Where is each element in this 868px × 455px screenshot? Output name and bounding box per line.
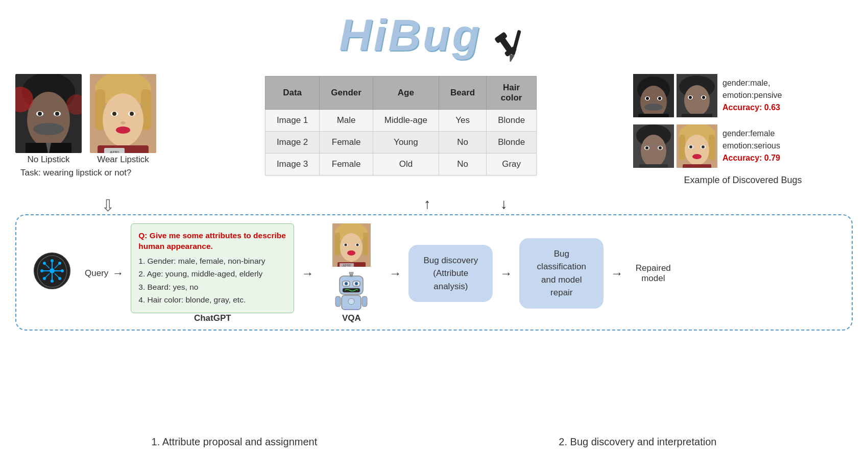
cell: Female [320,131,373,153]
col-header-gender: Gender [320,76,373,109]
cell: Blonde [487,109,537,131]
wear-lipstick-label: Wear Lipstick [97,155,149,165]
cell: Image 1 [265,109,319,131]
cell: Female [320,153,373,175]
svg-point-25 [130,112,134,116]
cell: Young [373,131,439,153]
down-arrow-left: ⇩ [101,196,115,215]
upper-section: No Lipstick [0,74,868,191]
svg-point-44 [689,96,692,99]
bug-text-2: gender:female emotion:serious Accuracy: … [722,128,780,164]
svg-rect-55 [639,164,668,168]
svg-point-92 [347,250,355,256]
wear-lipstick-image: AFRI [90,74,156,153]
query-row: Query → [85,267,124,280]
svg-rect-86 [363,233,368,256]
svg-point-87 [340,233,363,262]
svg-point-91 [356,243,358,246]
svg-point-82 [58,277,61,280]
svg-rect-66 [683,164,711,168]
svg-point-54 [659,146,662,149]
cell: No [439,131,486,153]
arrow-to-vqa: → [301,266,314,281]
svg-point-12 [33,123,64,135]
cell: Old [373,153,439,175]
bug-desc-2a: gender:female [722,129,775,138]
col-header-beard: Beard [439,76,486,109]
svg-point-89 [344,243,347,246]
upper-right: gender:male, emotion:pensive Accuracy: 0… [633,74,853,191]
svg-point-23 [112,112,116,116]
vqa-label: VQA [342,313,361,323]
svg-point-100 [345,282,348,285]
cell: No [439,153,486,175]
title-area: HiBug [0,0,868,69]
bug-desc-1b: emotion:pensive [722,91,782,99]
bottom-labels: 1. Attribute proposal and assignment 2. … [0,436,868,448]
svg-point-7 [27,92,70,148]
response-question: Q: Give me some attributes to describe h… [138,230,286,252]
cell: Middle-age [373,109,439,131]
svg-point-11 [55,112,59,116]
svg-point-46 [702,96,705,99]
bug-classification-box: Bug classificationand model repair [519,238,604,309]
cell: Gray [487,153,537,175]
svg-point-21 [103,93,143,146]
query-label: Query [85,268,108,279]
lower-dashed-section: Query → Q: Give me some attributes to de… [15,214,853,331]
chatgpt-label: ChatGPT [194,313,231,323]
table-row: Image 3 Female Old No Gray [265,153,536,175]
col-header-haircolor: Haircolor [487,76,537,109]
bug-accuracy-2: Accuracy: 0.79 [722,154,780,162]
bug-face-2a [633,124,674,168]
up-arrow-center: ↑ [424,196,431,212]
svg-rect-108 [344,309,350,310]
svg-text:AFRI: AFRI [343,264,351,267]
svg-point-38 [644,104,663,111]
svg-point-70 [50,268,55,273]
svg-rect-85 [335,233,340,256]
bug-example-1: gender:male, emotion:pensive Accuracy: 0… [633,74,853,117]
bug-face-2b [677,124,717,168]
title-hibug: HiBug [339,9,481,61]
response-item-4: 4. Hair color: blonde, gray, etc. [138,294,286,306]
svg-point-102 [355,282,358,285]
page-layout: HiBug [0,0,868,331]
cell: Male [320,109,373,131]
tools-icon [484,28,529,69]
svg-text:AFRI: AFRI [110,150,119,153]
bug-face-pair-1 [633,74,717,117]
response-item-2: 2. Age: young, middle-aged, elderly [138,268,286,280]
svg-point-27 [120,121,126,124]
small-face-img: AFRI [332,223,371,267]
bug-examples-title: Example of Discovered Bugs [633,175,853,186]
bug-example-2: gender:female emotion:serious Accuracy: … [633,124,853,168]
no-lipstick-image [15,74,82,153]
svg-point-80 [58,262,61,265]
svg-point-65 [692,154,702,159]
robot-icon [333,272,369,312]
svg-point-52 [645,146,648,149]
arrow-to-bug-discovery: → [389,266,401,281]
svg-point-81 [43,277,46,280]
bottom-label-1: 1. Attribute proposal and assignment [152,436,318,448]
bug-face-1b [677,74,717,117]
no-lipstick-block: No Lipstick [15,74,82,165]
svg-rect-59 [709,135,715,160]
face-images-row: No Lipstick [15,74,168,165]
no-lipstick-label: No Lipstick [27,155,69,165]
bug-face-1a [633,74,674,117]
table-row: Image 1 Male Middle-age Yes Blonde [265,109,536,131]
cell: Image 2 [265,131,319,153]
svg-rect-109 [353,309,359,310]
svg-point-64 [702,145,705,148]
cell: Yes [439,109,486,131]
table-row: Image 2 Female Young No Blonde [265,131,536,153]
response-item-1: 1. Gender: male, female, non-binary [138,255,286,267]
svg-point-37 [658,97,661,100]
svg-point-50 [641,135,666,167]
down-arrow-center: ↓ [500,196,508,212]
bug-desc-1a: gender:male, [722,79,770,87]
bottom-label-2: 2. Bug discovery and interpretation [559,436,716,448]
svg-rect-106 [335,296,341,307]
